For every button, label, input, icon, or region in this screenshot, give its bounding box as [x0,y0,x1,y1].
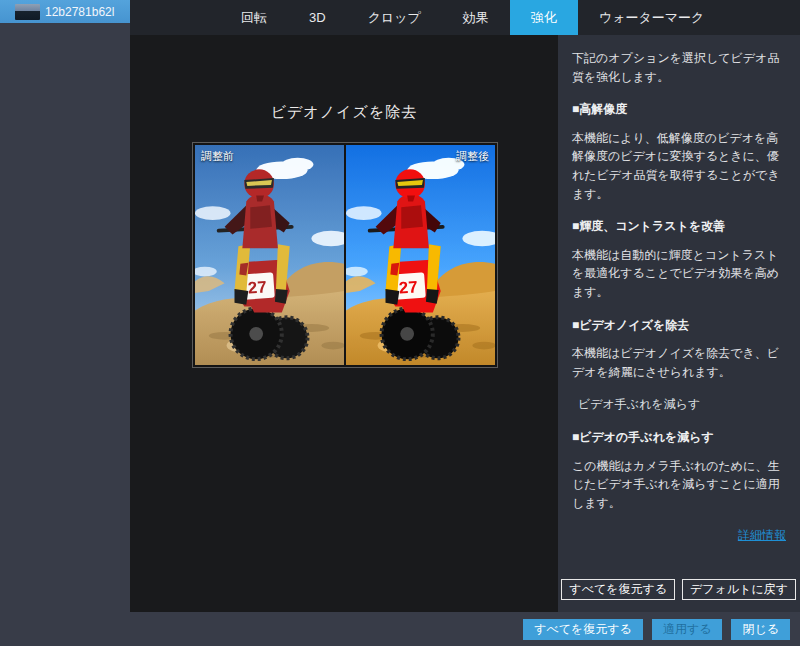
video-enhance-window: 12b2781b62l 回転 3D クロップ 効果 強化 ウォーターマーク ビデ… [0,0,800,646]
apply-button[interactable]: 適用する [652,619,723,640]
restore-all-button[interactable]: すべてを復元する [523,619,643,640]
tab-crop[interactable]: クロップ [347,0,442,35]
section-body-brightness: 本機能は自動的に輝度とコントラストを最適化することでビデオ効果を高めます。 [572,246,786,302]
section-body-stabilize: この機能はカメラ手ぶれのために、生じたビデオ手ぶれを減らすことに適用します。 [572,457,786,513]
section-heading-resolution: ■高解像度 [572,100,786,119]
section-heading-brightness: ■輝度、コントラストを改善 [572,217,786,236]
motocross-scene-before [195,145,344,365]
tab-rotate[interactable]: 回転 [220,0,288,35]
video-thumbnail [15,4,40,20]
panel-reset-default-button[interactable]: デフォルトに戻す [682,579,796,600]
before-image: 調整前 [195,145,344,365]
before-label: 調整前 [201,149,234,164]
panel-intro: 下記のオプションを選択してビデオ品質を強化します。 [572,49,786,86]
tab-3d[interactable]: 3D [288,0,347,35]
preview-title: ビデオノイズを除去 [130,103,558,122]
bottom-action-bar: すべてを復元する 適用する 閉じる [0,612,800,646]
details-link[interactable]: 詳細情報 [572,526,786,545]
tab-effect[interactable]: 効果 [442,0,510,35]
preview-area: ビデオノイズを除去 [130,35,558,612]
close-button[interactable]: 閉じる [731,619,790,640]
section-heading-stabilize: ■ビデオの手ぶれを減らす [572,428,786,447]
section-heading-shake-plain: ビデオ手ぶれを減らす [578,395,786,414]
panel-button-row: すべてを復元する デフォルトに戻す [558,579,800,600]
edit-tab-bar: 回転 3D クロップ 効果 強化 ウォーターマーク [130,0,800,35]
enhance-options-panel: 下記のオプションを選択してビデオ品質を強化します。 ■高解像度 本機能により、低… [558,35,800,612]
section-body-denoise: 本機能はビデオノイズを除去でき、ビデオを綺麗にさせられます。 [572,344,786,381]
video-filename: 12b2781b62l [45,5,114,19]
tab-enhance[interactable]: 強化 [510,0,578,35]
section-heading-denoise: ■ビデオノイズを除去 [572,316,786,335]
after-label: 調整後 [456,149,489,164]
media-list-item-selected[interactable]: 12b2781b62l [0,0,130,23]
motocross-scene-after [346,145,495,365]
tab-watermark[interactable]: ウォーターマーク [578,0,726,35]
before-after-compare: 調整前 調整後 [192,142,498,368]
after-image: 調整後 [346,145,495,365]
media-list-sidebar: 12b2781b62l [0,0,130,612]
section-body-resolution: 本機能により、低解像度のビデオを高解像度のビデオに変換するときに、優れたビデオ品… [572,129,786,203]
panel-restore-all-button[interactable]: すべてを復元する [561,579,675,600]
